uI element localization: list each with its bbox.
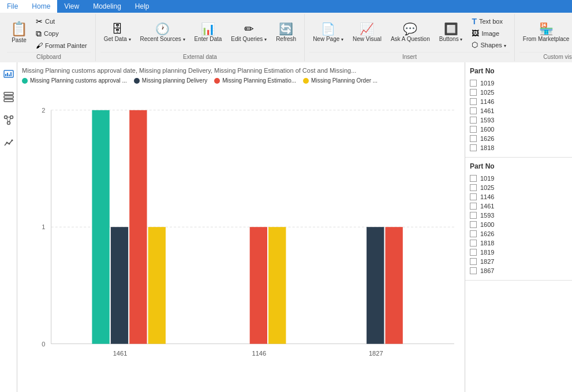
- legend-label-2: Missing Planning Estimatio...: [222, 77, 296, 84]
- checkbox2-1019[interactable]: [470, 175, 477, 182]
- from-marketplace-button[interactable]: 🏪 From Marketplace: [519, 21, 572, 44]
- chart-svg-container: 2 1 0 1461 1146: [22, 88, 460, 392]
- edit-queries-label: Edit Queries ▾: [231, 36, 267, 43]
- filter-value2-1827: 1827: [480, 258, 494, 265]
- chart-title: Missing Planning customs approval date, …: [22, 67, 460, 74]
- group-external-data: 🗄 Get Data ▾ 🕐 Recent Sources ▾ 📊 Enter …: [96, 14, 305, 61]
- checkbox-1818a[interactable]: [470, 144, 477, 151]
- checkbox-1146[interactable]: [470, 98, 477, 105]
- legend-item-3: Missing Planning Order ...: [303, 77, 377, 84]
- filter-item-1461: 1461: [470, 106, 567, 115]
- svg-rect-5: [4, 92, 13, 95]
- checkbox-1626[interactable]: [470, 135, 477, 142]
- bar-1461-series1[interactable]: [111, 227, 128, 344]
- checkbox2-1461[interactable]: [470, 203, 477, 210]
- checkbox2-1818[interactable]: [470, 240, 477, 247]
- from-marketplace-icon: 🏪: [539, 23, 554, 35]
- chart-area: Missing Planning customs approval date, …: [17, 62, 465, 392]
- bar-1461-series3[interactable]: [148, 227, 166, 344]
- filter-item-1019: 1019: [470, 79, 567, 88]
- sidebar-icon-analytics[interactable]: [2, 136, 16, 150]
- textbox-button[interactable]: T Text box: [468, 16, 509, 27]
- recent-sources-button[interactable]: 🕐 Recent Sources ▾: [137, 21, 189, 44]
- edit-queries-button[interactable]: ✏ Edit Queries ▾: [227, 21, 270, 44]
- checkbox2-1819[interactable]: [470, 249, 477, 256]
- bar-1461-series2[interactable]: [129, 110, 147, 344]
- tab-file[interactable]: File: [0, 0, 25, 13]
- shapes-button[interactable]: ⬡ Shapes ▾: [468, 39, 509, 50]
- filter-value-1146: 1146: [480, 98, 494, 105]
- checkbox-1025[interactable]: [470, 89, 477, 96]
- filter-item-1818a: 1818: [470, 143, 567, 152]
- checkbox2-1600[interactable]: [470, 221, 477, 228]
- format-painter-icon: 🖌: [36, 42, 43, 50]
- checkbox-1461[interactable]: [470, 107, 477, 114]
- checkbox2-1867[interactable]: [470, 267, 477, 274]
- filter-value-1600: 1600: [480, 126, 494, 133]
- svg-text:1461: 1461: [113, 350, 128, 357]
- paste-button[interactable]: 📋 Paste: [7, 20, 31, 46]
- filter-value2-1818: 1818: [480, 240, 494, 247]
- checkbox-1019[interactable]: [470, 80, 477, 87]
- bar-1461-series0[interactable]: [92, 110, 109, 344]
- paste-label: Paste: [12, 37, 27, 44]
- checkbox2-1593[interactable]: [470, 212, 477, 219]
- copy-icon: ⧉: [36, 29, 42, 39]
- main-layout: Missing Planning customs approval date, …: [0, 62, 572, 392]
- bar-1827-series2[interactable]: [385, 227, 402, 344]
- shapes-label: Shapes ▾: [480, 42, 506, 48]
- tab-help[interactable]: Help: [128, 0, 156, 13]
- external-data-label: External data: [100, 52, 300, 60]
- bar-1146-series3[interactable]: [268, 227, 286, 344]
- legend-dot-0: [22, 78, 28, 84]
- copy-label: Copy: [44, 30, 59, 37]
- checkbox2-1146[interactable]: [470, 193, 477, 200]
- checkbox2-1025[interactable]: [470, 184, 477, 191]
- refresh-button[interactable]: 🔄 Refresh: [272, 21, 300, 44]
- new-visual-button[interactable]: 📈 New Visual: [349, 15, 385, 51]
- filter-item2-1819: 1819: [470, 248, 567, 257]
- bar-1146-series2[interactable]: [250, 227, 267, 344]
- tab-home[interactable]: Home: [25, 0, 57, 13]
- format-painter-button[interactable]: 🖌 Format Painter: [32, 40, 91, 51]
- checkbox2-1626[interactable]: [470, 230, 477, 237]
- get-data-button[interactable]: 🗄 Get Data ▾: [100, 21, 134, 44]
- group-insert: 📄 New Page ▾ 📈 New Visual 💬 Ask A Questi…: [305, 14, 515, 61]
- ask-question-button[interactable]: 💬 Ask A Question: [387, 15, 433, 51]
- checkbox-1600[interactable]: [470, 126, 477, 133]
- svg-text:1: 1: [42, 223, 45, 230]
- sidebar-icon-model[interactable]: [2, 113, 16, 127]
- filter-item-1600: 1600: [470, 125, 567, 134]
- filter-value2-1819: 1819: [480, 249, 494, 256]
- filter-value2-1626: 1626: [480, 230, 494, 237]
- from-marketplace-label: From Marketplace: [523, 36, 570, 43]
- sidebar-icon-data[interactable]: [2, 90, 16, 104]
- image-button[interactable]: 🖼 Image: [468, 28, 509, 39]
- buttons-icon: 🔲: [444, 23, 458, 35]
- edit-queries-icon: ✏: [244, 23, 254, 35]
- buttons-button[interactable]: 🔲 Buttons ▾: [436, 15, 466, 51]
- bar-1827-series1[interactable]: [367, 227, 384, 344]
- svg-point-15: [8, 143, 10, 145]
- tab-view[interactable]: View: [57, 0, 86, 13]
- checkbox2-1827[interactable]: [470, 258, 477, 265]
- svg-point-14: [6, 142, 8, 144]
- cut-button[interactable]: ✂ Cut: [32, 16, 91, 27]
- svg-line-13: [9, 118, 11, 122]
- legend-dot-3: [303, 78, 309, 84]
- copy-button[interactable]: ⧉ Copy: [32, 28, 91, 40]
- svg-line-12: [6, 118, 8, 122]
- format-painter-label: Format Painter: [45, 42, 87, 49]
- filter-item-1593: 1593: [470, 115, 567, 125]
- paste-icon: 📋: [10, 22, 28, 36]
- sidebar-icon-report[interactable]: [2, 67, 16, 81]
- recent-sources-label: Recent Sources ▾: [140, 36, 185, 43]
- enter-data-button[interactable]: 📊 Enter Data: [191, 21, 226, 44]
- clipboard-label: Clipboard: [7, 52, 91, 60]
- image-label: Image: [481, 30, 499, 37]
- filter-value-1818a: 1818: [480, 144, 494, 151]
- new-page-button[interactable]: 📄 New Page ▾: [309, 15, 347, 51]
- get-data-icon: 🗄: [111, 23, 123, 35]
- checkbox-1593[interactable]: [470, 117, 477, 124]
- tab-modeling[interactable]: Modeling: [86, 0, 128, 13]
